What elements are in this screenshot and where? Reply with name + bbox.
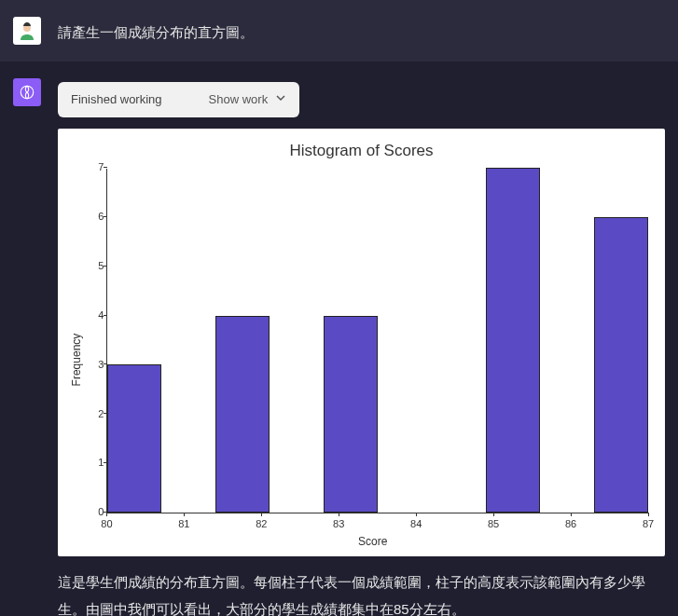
user-avatar: [13, 17, 41, 45]
x-tick-row: 8081828384858687: [106, 513, 648, 530]
x-tick: 83: [333, 515, 344, 533]
user-prompt: 請產生一個成績分布的直方圖。: [58, 17, 665, 45]
x-tick: 82: [256, 515, 267, 533]
histogram-bar: [107, 364, 161, 513]
x-axis-label: Score: [88, 532, 657, 551]
y-tick: 5: [85, 257, 104, 275]
x-tick: 85: [488, 515, 499, 533]
x-tick: 81: [178, 515, 189, 533]
work-status-text: Finished working: [71, 89, 162, 110]
histogram-chart: Histogram of Scores Frequency 01234567 8…: [58, 129, 665, 556]
histogram-bar: [594, 217, 648, 513]
assistant-caption: 這是學生們成績的分布直方圖。每個柱子代表一個成績範圍，柱子的高度表示該範圍內有多…: [58, 569, 665, 616]
y-tick: 2: [85, 405, 104, 423]
histogram-bar: [486, 168, 540, 513]
x-tick: 87: [643, 515, 654, 533]
assistant-avatar: [13, 78, 41, 106]
x-tick: 86: [565, 515, 576, 533]
show-work-toggle: Show work: [209, 89, 269, 110]
x-tick: 80: [101, 515, 112, 533]
work-status-pill[interactable]: Finished working Show work: [58, 82, 299, 117]
assistant-message: Finished working Show work Histogram of …: [0, 62, 678, 616]
x-tick: 84: [410, 515, 422, 533]
histogram-bar: [324, 316, 378, 513]
plot-area: 01234567: [106, 169, 648, 513]
chevron-down-icon: [275, 89, 286, 110]
y-tick: 1: [85, 455, 104, 472]
histogram-bar: [215, 316, 270, 513]
y-tick: 4: [85, 307, 104, 324]
y-tick: 7: [85, 159, 104, 177]
y-tick: 3: [85, 356, 104, 374]
chart-title: Histogram of Scores: [65, 138, 657, 165]
y-tick: 6: [85, 209, 104, 226]
user-message: 請產生一個成績分布的直方圖。: [0, 0, 678, 62]
